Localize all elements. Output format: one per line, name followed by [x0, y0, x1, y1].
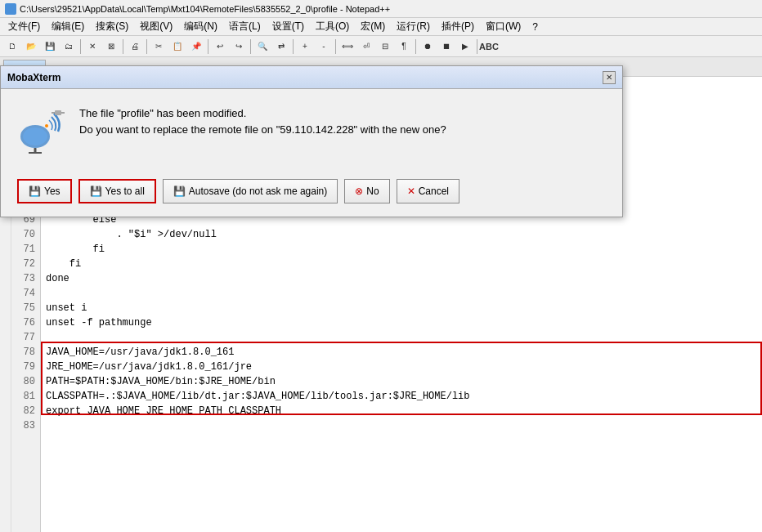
dialog-message-line1: The file "profile" has been modified. [79, 105, 606, 122]
toolbar-sep-3 [146, 39, 147, 54]
toolbar-sep-4 [208, 39, 208, 54]
code-line [46, 286, 757, 301]
code-line: JRE_HOME=/usr/java/jdk1.8.0_161/jre [46, 360, 757, 374]
tb-replace[interactable]: ⇄ [272, 38, 290, 56]
yes-icon: 💾 [29, 186, 41, 197]
menu-settings[interactable]: 设置(T) [267, 18, 309, 35]
line-num: 81 [16, 389, 35, 404]
tb-sync-scroll[interactable]: ⟺ [338, 38, 356, 56]
dialog-close-button[interactable]: ✕ [603, 71, 616, 84]
dialog-body: The file "profile" has been modified. Do… [1, 89, 622, 171]
autosave-label: Autosave (do not ask me again) [189, 186, 327, 197]
menu-search[interactable]: 搜索(S) [91, 18, 133, 35]
window-title: C:\Users\29521\AppData\Local\Temp\Mxt104… [20, 4, 390, 14]
menu-file[interactable]: 文件(F) [3, 18, 45, 35]
menu-window[interactable]: 窗口(W) [481, 18, 526, 35]
dialog-title-bar: MobaXterm ✕ [1, 66, 622, 89]
line-num: 71 [16, 242, 35, 257]
code-line: export JAVA_HOME JRE_HOME PATH CLASSPATH [46, 404, 757, 418]
yes-to-all-button[interactable]: 💾 Yes to all [78, 179, 156, 203]
toolbar-sep-5 [250, 39, 251, 54]
toolbar-sep-7 [335, 39, 336, 54]
tb-cut[interactable]: ✂ [150, 38, 168, 56]
svg-point-7 [45, 124, 48, 127]
tb-macro-stop[interactable]: ⏹ [437, 38, 455, 56]
yes-button[interactable]: 💾 Yes [17, 179, 72, 203]
no-label: No [366, 186, 379, 197]
cancel-icon: ✕ [407, 186, 415, 197]
toolbar-sep-8 [415, 39, 416, 54]
yes-to-all-icon: 💾 [90, 186, 102, 197]
autosave-icon: 💾 [173, 186, 186, 197]
code-line [46, 330, 757, 345]
menu-bar: 文件(F) 编辑(E) 搜索(S) 视图(V) 编码(N) 语言(L) 设置(T… [0, 18, 762, 36]
tb-copy[interactable]: 📋 [168, 38, 186, 56]
toolbar-sep-6 [293, 39, 294, 54]
tb-redo[interactable]: ↪ [230, 38, 248, 56]
tb-indent-guide[interactable]: ⊟ [376, 38, 394, 56]
code-line: CLASSPATH=.:$JAVA_HOME/lib/dt.jar:$JAVA_… [46, 389, 757, 404]
tb-zoom-out[interactable]: - [315, 38, 333, 56]
autosave-button[interactable]: 💾 Autosave (do not ask me again) [163, 179, 338, 203]
line-num: 74 [16, 286, 35, 301]
tb-open[interactable]: 📂 [22, 38, 40, 56]
tb-new[interactable]: 🗋 [3, 38, 21, 56]
app-icon [5, 3, 16, 15]
code-line: . "$i" >/dev/null [46, 227, 757, 242]
dialog-title: MobaXterm [7, 72, 61, 83]
menu-language[interactable]: 语言(L) [224, 18, 266, 35]
code-line: fi [46, 257, 757, 271]
line-num: 83 [16, 418, 35, 433]
mobaxterm-dialog[interactable]: MobaXterm ✕ [0, 65, 623, 217]
menu-macro[interactable]: 宏(M) [356, 18, 390, 35]
tb-print[interactable]: 🖨 [126, 38, 144, 56]
toolbar: 🗋 📂 💾 🗂 ✕ ⊠ 🖨 ✂ 📋 📌 ↩ ↪ 🔍 ⇄ + - ⟺ ⏎ ⊟ ¶ … [0, 36, 762, 57]
toolbar-sep-9 [477, 39, 477, 54]
tb-all-chars[interactable]: ¶ [395, 38, 413, 56]
tb-undo[interactable]: ↩ [211, 38, 229, 56]
menu-encoding[interactable]: 编码(N) [179, 18, 222, 35]
menu-view[interactable]: 视图(V) [135, 18, 177, 35]
menu-tools[interactable]: 工具(O) [311, 18, 354, 35]
tb-save-all[interactable]: 🗂 [60, 38, 78, 56]
line-num: 78 [16, 345, 35, 360]
line-num: 76 [16, 315, 35, 330]
menu-run[interactable]: 运行(R) [392, 18, 435, 35]
menu-plugins[interactable]: 插件(P) [437, 18, 479, 35]
dialog-buttons: 💾 Yes 💾 Yes to all 💾 Autosave (do not as… [1, 171, 622, 217]
tb-close[interactable]: ✕ [83, 38, 101, 56]
code-line [46, 418, 757, 433]
satellite-icon [17, 105, 66, 154]
menu-edit[interactable]: 编辑(E) [47, 18, 89, 35]
title-bar: C:\Users\29521\AppData\Local\Temp\Mxt104… [0, 0, 762, 18]
line-num: 77 [16, 330, 35, 345]
line-num: 80 [16, 374, 35, 389]
no-icon: ⊗ [355, 186, 363, 197]
tb-macro-record[interactable]: ⏺ [419, 38, 437, 56]
menu-help[interactable]: ? [527, 20, 543, 34]
tb-find[interactable]: 🔍 [253, 38, 271, 56]
line-num: 79 [16, 360, 35, 374]
svg-rect-4 [55, 110, 61, 115]
toolbar-sep-1 [80, 39, 81, 54]
tb-close-all[interactable]: ⊠ [102, 38, 120, 56]
cancel-button[interactable]: ✕ Cancel [397, 179, 459, 203]
tb-paste[interactable]: 📌 [187, 38, 205, 56]
tb-abc[interactable]: ABC [480, 38, 498, 56]
satellite-svg [17, 105, 66, 154]
tb-word-wrap[interactable]: ⏎ [357, 38, 375, 56]
code-line: unset i [46, 301, 757, 315]
code-line: PATH=$PATH:$JAVA_HOME/bin:$JRE_HOME/bin [46, 374, 757, 389]
code-line: done [46, 271, 757, 286]
dialog-message: The file "profile" has been modified. Do… [79, 105, 606, 138]
yes-label: Yes [44, 186, 61, 197]
no-button[interactable]: ⊗ No [344, 179, 389, 203]
toolbar-sep-2 [123, 39, 123, 54]
code-line: unset -f pathmunge [46, 315, 757, 330]
dialog-message-line2: Do you want to replace the remote file o… [79, 122, 606, 138]
tb-macro-play[interactable]: ▶ [456, 38, 474, 56]
tb-save[interactable]: 💾 [41, 38, 59, 56]
tb-zoom-in[interactable]: + [296, 38, 314, 56]
code-line: fi [46, 242, 757, 257]
line-num: 73 [16, 271, 35, 286]
